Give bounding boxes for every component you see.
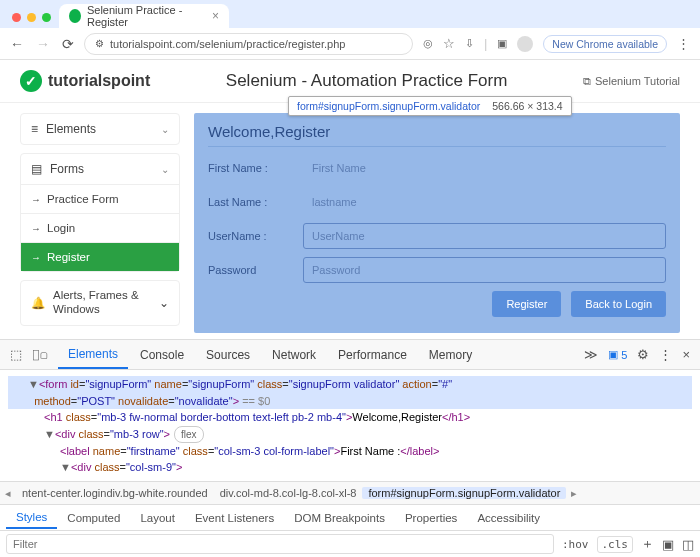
sidebar-label: Forms bbox=[50, 162, 84, 176]
more-icon[interactable]: ⋮ bbox=[659, 347, 672, 362]
last-name-label: Last Name : bbox=[208, 196, 303, 208]
url-text: tutorialspoint.com/selenium/practice/reg… bbox=[110, 38, 345, 50]
tab-memory[interactable]: Memory bbox=[419, 342, 482, 368]
flex-badge[interactable]: flex bbox=[174, 426, 204, 443]
styles-tab-bar: Styles Computed Layout Event Listeners D… bbox=[0, 505, 700, 531]
gear-icon[interactable]: ⚙ bbox=[637, 347, 649, 362]
device-toolbar-icon[interactable]: ⌷▢ bbox=[32, 347, 48, 362]
window-controls bbox=[6, 13, 59, 28]
add-style-icon[interactable]: ＋ bbox=[641, 535, 654, 553]
tab-event-listeners[interactable]: Event Listeners bbox=[185, 508, 284, 528]
eq-zero-hint: == $0 bbox=[239, 395, 270, 407]
breadcrumb-prev-icon[interactable]: ◂ bbox=[0, 487, 16, 500]
sidebar-item-label: Alerts, Frames & Windows bbox=[53, 289, 151, 317]
sidebar-item-forms[interactable]: ▤Forms ⌄ bbox=[21, 154, 179, 184]
url-bar[interactable]: ⚙ tutorialspoint.com/selenium/practice/r… bbox=[84, 33, 413, 55]
external-link-icon: ⧉ bbox=[583, 75, 591, 88]
extensions-icon[interactable]: ▣ bbox=[497, 37, 507, 50]
tab-properties[interactable]: Properties bbox=[395, 508, 467, 528]
page-content: ✓ tutorialspoint Selenium - Automation P… bbox=[0, 60, 700, 340]
tab-elements[interactable]: Elements bbox=[58, 341, 128, 369]
chevron-down-icon: ⌄ bbox=[161, 124, 169, 135]
tab-console[interactable]: Console bbox=[130, 342, 194, 368]
first-name-input[interactable] bbox=[303, 155, 666, 181]
breadcrumb-next-icon[interactable]: ▸ bbox=[566, 487, 582, 500]
install-icon[interactable]: ⇩ bbox=[465, 37, 474, 50]
update-chip[interactable]: New Chrome available bbox=[543, 35, 667, 53]
tooltip-selector: form#signupForm.signupForm.validator bbox=[297, 100, 480, 112]
sidebar-item-alerts[interactable]: 🔔Alerts, Frames & Windows ⌄ bbox=[20, 280, 180, 326]
breadcrumb-item-active[interactable]: form#signupForm.signupForm.validator bbox=[362, 487, 566, 499]
password-input[interactable] bbox=[303, 257, 666, 283]
last-name-input[interactable] bbox=[303, 189, 666, 215]
register-button[interactable]: Register bbox=[492, 291, 561, 317]
box-model-icon[interactable]: ◫ bbox=[682, 537, 694, 552]
back-icon[interactable]: ← bbox=[10, 36, 24, 52]
tutorial-link[interactable]: ⧉ Selenium Tutorial bbox=[583, 75, 680, 88]
list-icon: ≡ bbox=[31, 122, 38, 136]
password-label: Password bbox=[208, 264, 303, 276]
sidebar-label: Elements bbox=[46, 122, 96, 136]
tab-computed[interactable]: Computed bbox=[57, 508, 130, 528]
eye-icon[interactable]: ◎ bbox=[423, 37, 433, 50]
profile-icon[interactable] bbox=[517, 36, 533, 52]
tab-accessibility[interactable]: Accessibility bbox=[467, 508, 550, 528]
back-to-login-button[interactable]: Back to Login bbox=[571, 291, 666, 317]
minimize-window-icon[interactable] bbox=[27, 13, 36, 22]
dom-breadcrumb[interactable]: ◂ ntent-center.logindiv.bg-white.rounded… bbox=[0, 481, 700, 505]
register-form-panel: Welcome,Register First Name : Last Name … bbox=[194, 113, 680, 333]
dom-tree[interactable]: ▼<form id="signupForm" name="signupForm"… bbox=[0, 370, 700, 481]
form-icon: ▤ bbox=[31, 162, 42, 176]
sidebar-item-label: Login bbox=[47, 222, 75, 234]
logo-badge-icon: ✓ bbox=[20, 70, 42, 92]
tutorial-link-label: Selenium Tutorial bbox=[595, 75, 680, 87]
tab-dom-breakpoints[interactable]: DOM Breakpoints bbox=[284, 508, 395, 528]
username-input[interactable] bbox=[303, 223, 666, 249]
page-title: Selenium - Automation Practice Form bbox=[166, 71, 567, 91]
devtools-tab-bar: ⬚ ⌷▢ Elements Console Sources Network Pe… bbox=[0, 340, 700, 370]
tab-title: Selenium Practice - Register bbox=[87, 4, 206, 28]
styles-filter-input[interactable] bbox=[6, 534, 554, 554]
overflow-icon[interactable]: ≫ bbox=[584, 347, 598, 362]
bookmark-icon[interactable]: ☆ bbox=[443, 36, 455, 51]
tab-styles[interactable]: Styles bbox=[6, 507, 57, 529]
tab-sources[interactable]: Sources bbox=[196, 342, 260, 368]
computed-toggle-icon[interactable]: ▣ bbox=[662, 537, 674, 552]
username-label: UserName : bbox=[208, 230, 303, 242]
brand-text: tutorialspoint bbox=[48, 72, 150, 90]
inspect-element-icon[interactable]: ⬚ bbox=[10, 347, 22, 362]
first-name-label: First Name : bbox=[208, 162, 303, 174]
dom-text: Welcome,Register bbox=[352, 411, 442, 423]
sidebar-item-login[interactable]: → Login bbox=[21, 213, 179, 242]
cls-toggle[interactable]: .cls bbox=[597, 536, 634, 553]
tab-layout[interactable]: Layout bbox=[130, 508, 185, 528]
messages-count: 5 bbox=[621, 349, 627, 361]
hov-toggle[interactable]: :hov bbox=[562, 538, 589, 551]
styles-filter-row: :hov .cls ＋ ▣ ◫ bbox=[0, 531, 700, 557]
sidebar-item-practice-form[interactable]: → Practice Form bbox=[21, 184, 179, 213]
breadcrumb-item[interactable]: ntent-center.logindiv.bg-white.rounded bbox=[16, 487, 214, 499]
tooltip-dimensions: 566.66 × 313.4 bbox=[492, 100, 562, 112]
breadcrumb-item[interactable]: div.col-md-8.col-lg-8.col-xl-8 bbox=[214, 487, 363, 499]
arrow-right-icon: → bbox=[31, 252, 41, 263]
tab-network[interactable]: Network bbox=[262, 342, 326, 368]
browser-tab[interactable]: Selenium Practice - Register × bbox=[59, 4, 229, 28]
arrow-right-icon: → bbox=[31, 223, 41, 234]
reload-icon[interactable]: ⟳ bbox=[62, 36, 74, 52]
brand-logo[interactable]: ✓ tutorialspoint bbox=[20, 70, 150, 92]
sidebar-item-label: Practice Form bbox=[47, 193, 119, 205]
form-heading: Welcome,Register bbox=[208, 123, 666, 147]
messages-badge[interactable]: ▣ 5 bbox=[608, 348, 627, 361]
close-window-icon[interactable] bbox=[12, 13, 21, 22]
sidebar-item-elements[interactable]: ≡Elements ⌄ bbox=[21, 114, 179, 144]
close-tab-icon[interactable]: × bbox=[212, 9, 219, 23]
sidebar-item-register[interactable]: → Register bbox=[21, 242, 179, 271]
tab-performance[interactable]: Performance bbox=[328, 342, 417, 368]
forward-icon[interactable]: → bbox=[36, 36, 50, 52]
menu-icon[interactable]: ⋮ bbox=[677, 36, 690, 51]
arrow-right-icon: → bbox=[31, 194, 41, 205]
close-devtools-icon[interactable]: × bbox=[682, 347, 690, 362]
dom-text: First Name : bbox=[340, 445, 400, 457]
site-settings-icon[interactable]: ⚙ bbox=[95, 38, 104, 49]
maximize-window-icon[interactable] bbox=[42, 13, 51, 22]
